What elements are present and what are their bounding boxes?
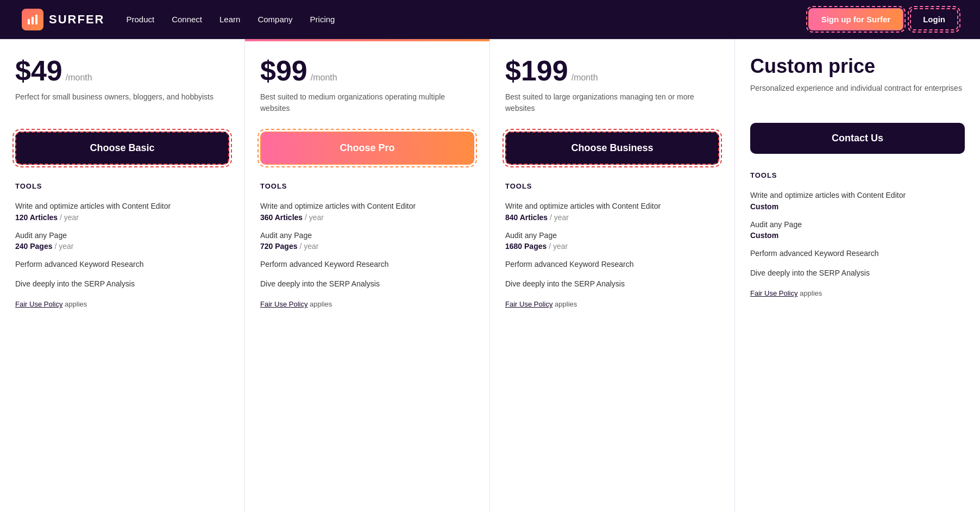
- tool-item-pro-2: Audit any Page 720 Pages / year: [260, 230, 474, 251]
- tools-label-enterprise: TOOLS: [750, 171, 965, 179]
- plan-business: $199 /month Best suited to large organiz…: [490, 39, 735, 512]
- tool-name-enterprise-1: Write and optimize articles with Content…: [750, 190, 965, 201]
- tool-name-pro-3: Perform advanced Keyword Research: [260, 259, 474, 270]
- choose-basic-button[interactable]: Choose Basic: [15, 132, 229, 165]
- choose-pro-button[interactable]: Choose Pro: [260, 132, 474, 165]
- contact-us-button[interactable]: Contact Us: [750, 123, 965, 154]
- pricing-section: $49 /month Perfect for small business ow…: [0, 39, 980, 512]
- plan-enterprise: Custom price Personalized experience and…: [735, 39, 980, 512]
- tool-name-pro-2: Audit any Page: [260, 230, 474, 241]
- tool-item-pro-4: Dive deeply into the SERP Analysis: [260, 279, 474, 290]
- fair-use-link-basic[interactable]: Fair Use Policy: [15, 300, 62, 308]
- tool-name-enterprise-2: Audit any Page: [750, 220, 965, 230]
- login-button[interactable]: Login: [910, 8, 958, 30]
- tool-qty-pro-pages: 720 Pages / year: [260, 242, 474, 251]
- price-period-business: /month: [571, 73, 598, 83]
- plan-basic: $49 /month Perfect for small business ow…: [0, 39, 245, 512]
- nav-actions: Sign up for Surfer Login: [808, 8, 958, 30]
- price-row-pro: $99 /month: [260, 57, 474, 85]
- price-desc-business: Best suited to large organizations manag…: [505, 91, 719, 118]
- tool-item-enterprise-4: Dive deeply into the SERP Analysis: [750, 268, 965, 279]
- tool-name-pro-1: Write and optimize articles with Content…: [260, 201, 474, 212]
- tool-item-basic-4: Dive deeply into the SERP Analysis: [15, 279, 229, 290]
- logo[interactable]: SURFER: [22, 9, 104, 30]
- fair-use-link-pro[interactable]: Fair Use Policy: [260, 300, 307, 308]
- fair-use-business: Fair Use Policy applies: [505, 300, 719, 308]
- tool-qty-business-pages: 1680 Pages / year: [505, 242, 719, 251]
- tool-name-business-4: Dive deeply into the SERP Analysis: [505, 279, 719, 290]
- logo-text: SURFER: [49, 13, 104, 27]
- plan-pro: $99 /month Best suited to medium organiz…: [245, 39, 490, 512]
- signup-button[interactable]: Sign up for Surfer: [808, 8, 904, 30]
- fair-use-link-enterprise[interactable]: Fair Use Policy: [750, 289, 797, 297]
- price-amount-pro: $99: [260, 57, 307, 85]
- tool-item-business-1: Write and optimize articles with Content…: [505, 201, 719, 222]
- logo-icon: [22, 9, 43, 30]
- tool-item-basic-1: Write and optimize articles with Content…: [15, 201, 229, 222]
- tool-name-enterprise-4: Dive deeply into the SERP Analysis: [750, 268, 965, 279]
- tool-name-enterprise-3: Perform advanced Keyword Research: [750, 248, 965, 259]
- tool-item-pro-3: Perform advanced Keyword Research: [260, 259, 474, 270]
- tool-name-basic-1: Write and optimize articles with Content…: [15, 201, 229, 212]
- tool-item-pro-1: Write and optimize articles with Content…: [260, 201, 474, 222]
- tool-name-business-3: Perform advanced Keyword Research: [505, 259, 719, 270]
- price-desc-pro: Best suited to medium organizations oper…: [260, 91, 474, 118]
- nav-connect[interactable]: Connect: [172, 15, 202, 24]
- svg-rect-2: [35, 15, 37, 24]
- nav-pricing[interactable]: Pricing: [310, 15, 335, 24]
- tools-label-basic: TOOLS: [15, 182, 229, 190]
- price-row-basic: $49 /month: [15, 57, 229, 85]
- svg-rect-1: [32, 17, 34, 24]
- tool-name-business-2: Audit any Page: [505, 230, 719, 241]
- price-amount-business: $199: [505, 57, 568, 85]
- tool-name-basic-3: Perform advanced Keyword Research: [15, 259, 229, 270]
- tool-qty-enterprise-pages: Custom: [750, 231, 965, 240]
- price-desc-enterprise: Personalized experience and individual c…: [750, 83, 965, 110]
- nav-company[interactable]: Company: [257, 15, 292, 24]
- tool-qty-enterprise-articles: Custom: [750, 202, 965, 211]
- tool-item-business-4: Dive deeply into the SERP Analysis: [505, 279, 719, 290]
- fair-use-link-business[interactable]: Fair Use Policy: [505, 300, 552, 308]
- pricing-grid: $49 /month Perfect for small business ow…: [0, 39, 980, 512]
- price-amount-enterprise: Custom price: [750, 57, 875, 76]
- tool-item-business-3: Perform advanced Keyword Research: [505, 259, 719, 270]
- tool-name-basic-4: Dive deeply into the SERP Analysis: [15, 279, 229, 290]
- price-period-basic: /month: [66, 73, 92, 83]
- price-row-enterprise: Custom price: [750, 57, 965, 76]
- tool-item-enterprise-2: Audit any Page Custom: [750, 220, 965, 240]
- nav-links: Product Connect Learn Company Pricing: [126, 15, 808, 24]
- tool-name-business-1: Write and optimize articles with Content…: [505, 201, 719, 212]
- tool-qty-basic-articles: 120 Articles / year: [15, 213, 229, 222]
- tool-qty-business-articles: 840 Articles / year: [505, 213, 719, 222]
- tool-name-pro-4: Dive deeply into the SERP Analysis: [260, 279, 474, 290]
- pro-top-bar: [245, 39, 489, 41]
- navbar: SURFER Product Connect Learn Company Pri…: [0, 0, 980, 39]
- tool-qty-pro-articles: 360 Articles / year: [260, 213, 474, 222]
- nav-learn[interactable]: Learn: [219, 15, 240, 24]
- tool-name-basic-2: Audit any Page: [15, 230, 229, 241]
- svg-rect-0: [28, 19, 30, 24]
- tool-item-enterprise-3: Perform advanced Keyword Research: [750, 248, 965, 259]
- price-amount-basic: $49: [15, 57, 62, 85]
- price-desc-basic: Perfect for small business owners, blogg…: [15, 91, 229, 118]
- choose-business-button[interactable]: Choose Business: [505, 132, 719, 165]
- nav-product[interactable]: Product: [126, 15, 154, 24]
- price-period-pro: /month: [311, 73, 337, 83]
- fair-use-pro: Fair Use Policy applies: [260, 300, 474, 308]
- fair-use-basic: Fair Use Policy applies: [15, 300, 229, 308]
- tool-item-basic-2: Audit any Page 240 Pages / year: [15, 230, 229, 251]
- fair-use-enterprise: Fair Use Policy applies: [750, 289, 965, 297]
- tools-label-business: TOOLS: [505, 182, 719, 190]
- tool-item-basic-3: Perform advanced Keyword Research: [15, 259, 229, 270]
- tool-item-business-2: Audit any Page 1680 Pages / year: [505, 230, 719, 251]
- tools-label-pro: TOOLS: [260, 182, 474, 190]
- tool-item-enterprise-1: Write and optimize articles with Content…: [750, 190, 965, 211]
- price-row-business: $199 /month: [505, 57, 719, 85]
- tool-qty-basic-pages: 240 Pages / year: [15, 242, 229, 251]
